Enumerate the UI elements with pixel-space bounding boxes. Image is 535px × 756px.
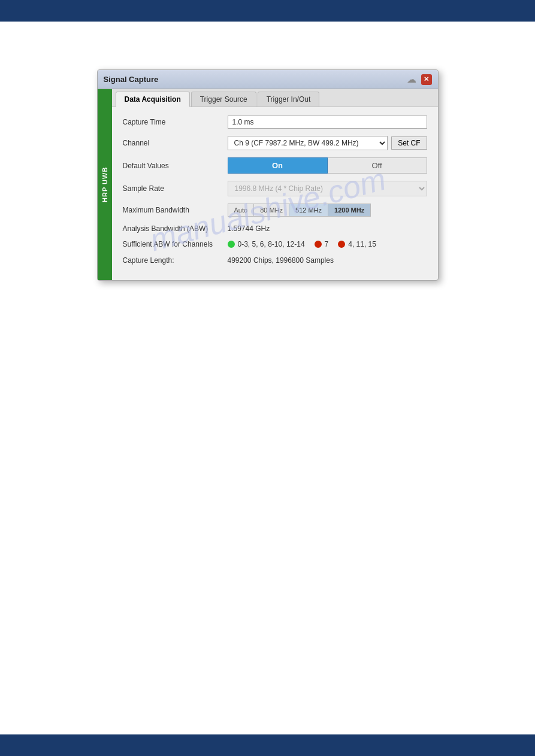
bw-auto-button[interactable]: Auto xyxy=(228,204,255,217)
max-bandwidth-label: Maximum Bandwidth xyxy=(123,206,228,214)
abw-row: Analysis Bandwidth (ABW) 1.59744 GHz xyxy=(123,224,427,233)
default-values-row: Default Values On Off xyxy=(123,157,427,174)
tab-trigger-inout[interactable]: Trigger In/Out xyxy=(258,92,320,107)
channel-group2-text: 7 xyxy=(325,240,329,248)
dialog-main: Data Acquisition Trigger Source Trigger … xyxy=(112,89,438,280)
sample-rate-row: Sample Rate 1996.8 MHz (4 * Chip Rate) xyxy=(123,181,427,196)
capture-length-label: Capture Length: xyxy=(123,256,228,265)
sufficient-abw-row: Sufficient ABW for Channels 0-3, 5, 6, 8… xyxy=(123,240,427,248)
dialog-body: HRP UWB Data Acquisition Trigger Source … xyxy=(98,89,438,280)
channel-select[interactable]: Ch 9 (CF 7987.2 MHz, BW 499.2 MHz) xyxy=(228,136,388,150)
capture-time-control xyxy=(228,116,427,129)
default-on-button[interactable]: On xyxy=(228,157,328,174)
channel-group-red2: 4, 11, 15 xyxy=(338,240,376,248)
dialog-title: Signal Capture xyxy=(104,75,159,84)
top-bar xyxy=(0,0,535,22)
max-bandwidth-row: Maximum Bandwidth Auto 80 MHz 512 MHz 12… xyxy=(123,204,427,217)
default-values-toggle: On Off xyxy=(228,157,427,174)
capture-length-row: Capture Length: 499200 Chips, 1996800 Sa… xyxy=(123,256,427,265)
capture-time-row: Capture Time xyxy=(123,116,427,129)
red-dot2-icon xyxy=(338,241,345,248)
channel-group1-text: 0-3, 5, 6, 8-10, 12-14 xyxy=(238,240,305,248)
channel-label: Channel xyxy=(123,139,228,147)
max-bandwidth-control: Auto 80 MHz 512 MHz 1200 MHz xyxy=(228,204,427,217)
close-button[interactable]: ✕ xyxy=(421,74,432,85)
bw-80-button[interactable]: 80 MHz xyxy=(254,204,289,217)
channel-group-red1: 7 xyxy=(315,240,329,248)
capture-time-input[interactable] xyxy=(228,116,427,129)
green-dot-icon xyxy=(228,241,235,248)
sufficient-abw-label: Sufficient ABW for Channels xyxy=(123,240,228,248)
abw-value: 1.59744 GHz xyxy=(228,224,427,233)
sample-rate-control: 1996.8 MHz (4 * Chip Rate) xyxy=(228,181,427,196)
abw-label: Analysis Bandwidth (ABW) xyxy=(123,224,228,233)
channel-group3-text: 4, 11, 15 xyxy=(348,240,376,248)
tab-trigger-source[interactable]: Trigger Source xyxy=(191,92,256,107)
tab-data-acquisition[interactable]: Data Acquisition xyxy=(116,92,190,107)
set-cf-button[interactable]: Set CF xyxy=(391,136,427,150)
signal-capture-dialog: Signal Capture ☁ ✕ HRP UWB Data Acquisit… xyxy=(97,69,439,281)
form-area: Capture Time Channel Ch 9 (CF 7987.2 MHz… xyxy=(112,107,438,280)
capture-length-control: 499200 Chips, 1996800 Samples xyxy=(228,256,427,265)
default-values-control: On Off xyxy=(228,157,427,174)
cloud-icon: ☁ xyxy=(407,74,416,85)
red-dot1-icon xyxy=(315,241,322,248)
sample-rate-label: Sample Rate xyxy=(123,184,228,193)
title-right-area: ☁ ✕ xyxy=(407,74,432,85)
default-off-button[interactable]: Off xyxy=(328,157,427,174)
dialog-titlebar: Signal Capture ☁ ✕ xyxy=(98,70,438,89)
channels-row: 0-3, 5, 6, 8-10, 12-14 7 4, 11, 15 xyxy=(228,240,427,248)
capture-time-label: Capture Time xyxy=(123,118,228,126)
sidebar-label: HRP UWB xyxy=(98,89,112,280)
sample-rate-select: 1996.8 MHz (4 * Chip Rate) xyxy=(228,181,427,196)
bw-1200-button[interactable]: 1200 MHz xyxy=(328,204,371,217)
bandwidth-group: Auto 80 MHz 512 MHz 1200 MHz xyxy=(228,204,427,217)
sufficient-abw-control: 0-3, 5, 6, 8-10, 12-14 7 4, 11, 15 xyxy=(228,240,427,248)
bottom-bar xyxy=(0,734,535,756)
default-values-label: Default Values xyxy=(123,162,228,170)
bw-512-button[interactable]: 512 MHz xyxy=(289,204,328,217)
capture-length-value: 499200 Chips, 1996800 Samples xyxy=(228,256,334,265)
channel-row: Channel Ch 9 (CF 7987.2 MHz, BW 499.2 MH… xyxy=(123,136,427,150)
abw-value-text: 1.59744 GHz xyxy=(228,224,270,233)
tabs-bar: Data Acquisition Trigger Source Trigger … xyxy=(112,89,438,107)
channel-control: Ch 9 (CF 7987.2 MHz, BW 499.2 MHz) Set C… xyxy=(228,136,427,150)
channel-group-green: 0-3, 5, 6, 8-10, 12-14 xyxy=(228,240,305,248)
